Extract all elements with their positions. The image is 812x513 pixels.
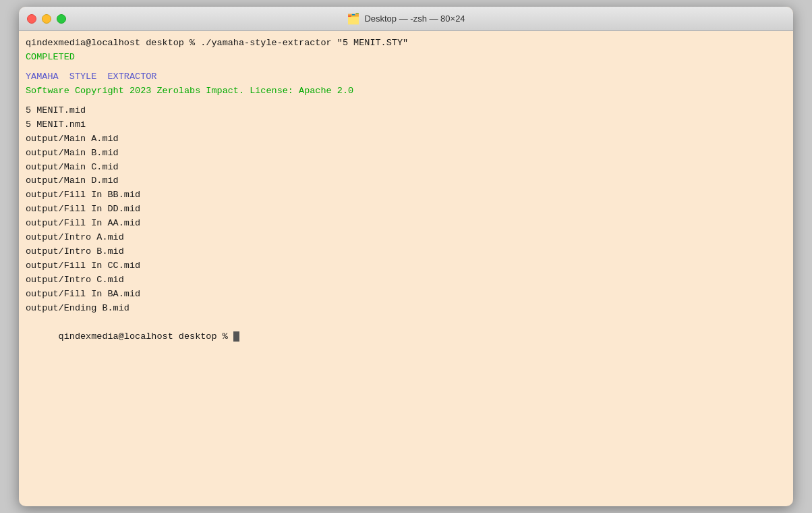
maximize-button[interactable]: [57, 14, 66, 24]
output-file-line: output/Fill In AA.mid: [26, 217, 786, 231]
output-file-line: output/Ending B.mid: [26, 302, 786, 316]
prompt-line: qindexmedia@localhost desktop % ./yamaha…: [26, 36, 786, 51]
output-file-line: output/Main C.mid: [26, 161, 786, 175]
final-prompt-text: qindexmedia@localhost desktop %: [59, 331, 233, 342]
output-file-line: output/Intro B.mid: [26, 245, 786, 259]
output-file-line: output/Fill In BA.mid: [26, 288, 786, 302]
titlebar: 🗂️ Desktop — -zsh — 80×24: [19, 7, 793, 31]
output-file-line: output/Main D.mid: [26, 174, 786, 188]
output-file-line: output/Intro C.mid: [26, 273, 786, 288]
title-text: Desktop — -zsh — 80×24: [364, 14, 465, 24]
window-title: 🗂️ Desktop — -zsh — 80×24: [347, 12, 465, 25]
minimize-button[interactable]: [42, 14, 51, 24]
final-prompt-line: qindexmedia@localhost desktop %: [26, 316, 786, 358]
output-file-line: output/Fill In DD.mid: [26, 202, 786, 217]
output-file-line: output/Fill In CC.mid: [26, 259, 786, 273]
output-file-line: output/Fill In BB.mid: [26, 188, 786, 202]
output-file-line: output/Main A.mid: [26, 132, 786, 146]
app-title-line: YAMAHA STYLE EXTRACTOR: [26, 70, 786, 84]
close-button[interactable]: [27, 14, 36, 24]
output-files-container: 5 MENIT.mid5 MENIT.nmioutput/Main A.mido…: [26, 104, 786, 316]
cursor: [233, 331, 239, 342]
output-file-line: 5 MENIT.mid: [26, 104, 786, 118]
traffic-lights: [27, 14, 66, 24]
completed-line: COMPLETED: [26, 51, 786, 65]
output-file-line: output/Intro A.mid: [26, 231, 786, 245]
output-file-line: output/Main B.mid: [26, 146, 786, 161]
terminal-window: 🗂️ Desktop — -zsh — 80×24 qindexmedia@lo…: [19, 7, 793, 506]
title-icon: 🗂️: [347, 12, 360, 25]
output-file-line: 5 MENIT.nmi: [26, 118, 786, 132]
copyright-line: Software Copyright 2023 Zerolabs Impact.…: [26, 84, 786, 99]
terminal-content[interactable]: qindexmedia@localhost desktop % ./yamaha…: [19, 31, 793, 506]
